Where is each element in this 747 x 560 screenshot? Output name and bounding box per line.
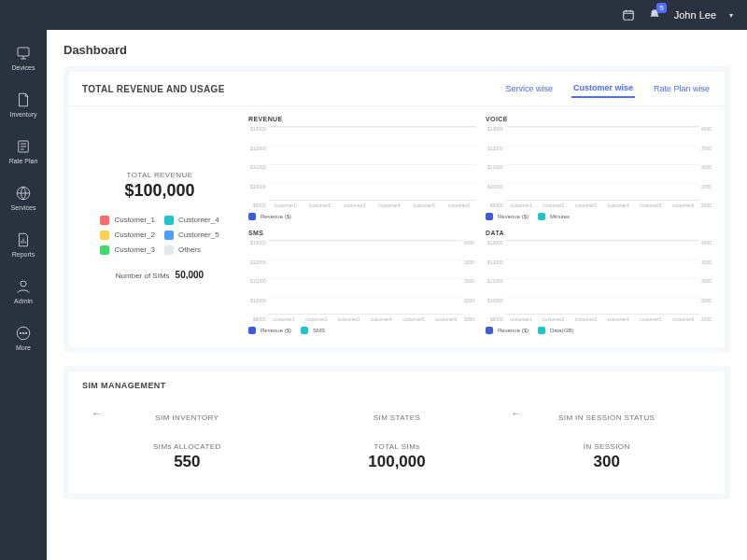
svg-rect-0 bbox=[623, 11, 633, 20]
stat-total-sims: TOTAL SIMs 100,000 bbox=[292, 442, 502, 471]
sidebar-item-more[interactable]: More bbox=[0, 323, 47, 353]
legend-item: Others bbox=[164, 245, 219, 255]
user-name[interactable]: John Lee bbox=[674, 9, 716, 21]
stat-sims-allocated: SIMs ALLOCATED 550 bbox=[82, 442, 292, 471]
sims-count-value: 50,000 bbox=[176, 270, 204, 280]
sidebar-item-admin[interactable]: Admin bbox=[0, 276, 47, 306]
revenue-card-title: TOTAL REVENUE AND USAGE bbox=[82, 84, 225, 94]
total-revenue-label: TOTAL REVENUE bbox=[124, 171, 194, 179]
tab-rate-plan-wise[interactable]: Rate Plan wise bbox=[652, 80, 712, 97]
sim-col-session: ← SIM IN SESSION STATUS bbox=[501, 407, 712, 424]
svg-point-8 bbox=[25, 332, 27, 334]
revenue-card: TOTAL REVENUE AND USAGE Service wise Cus… bbox=[63, 66, 730, 353]
sim-col-inventory: ← SIM INVENTORY bbox=[82, 407, 292, 424]
tab-service-wise[interactable]: Service wise bbox=[503, 80, 555, 97]
svg-rect-1 bbox=[18, 48, 29, 56]
legend-item: Customer_3 bbox=[100, 245, 155, 255]
sidebar-item-reports[interactable]: Reports bbox=[0, 230, 47, 259]
sidebar-item-services[interactable]: Services bbox=[0, 183, 47, 213]
legend-item: Customer_4 bbox=[164, 216, 219, 225]
svg-point-7 bbox=[22, 332, 24, 334]
arrow-left-icon[interactable]: ← bbox=[92, 407, 103, 420]
notification-badge: 5 bbox=[656, 3, 666, 13]
calendar-icon[interactable] bbox=[622, 8, 635, 21]
stat-in-session: IN SESSION 300 bbox=[501, 442, 712, 471]
legend-item: Customer_5 bbox=[164, 231, 219, 240]
chart-data: DATA$13000$12000$11000$10000$8000custome… bbox=[486, 230, 713, 334]
main-content: Dashboard TOTAL REVENUE AND USAGE Servic… bbox=[47, 30, 747, 560]
revenue-tabs-row: TOTAL REVENUE AND USAGE Service wise Cus… bbox=[69, 72, 725, 106]
page-title: Dashboard bbox=[63, 43, 730, 57]
sidebar-item-inventory[interactable]: Inventory bbox=[0, 90, 47, 119]
sidebar-item-devices[interactable]: Devices bbox=[0, 43, 47, 73]
tab-customer-wise[interactable]: Customer wise bbox=[571, 79, 635, 98]
legend-item: Customer_1 bbox=[100, 216, 155, 225]
sidebar-item-rate-plan[interactable]: Rate Plan bbox=[0, 136, 47, 166]
notification-icon[interactable]: 5 bbox=[648, 8, 661, 21]
total-revenue-value: $100,000 bbox=[124, 181, 194, 201]
revenue-summary: TOTAL REVENUE $100,000 Customer_1Custome… bbox=[80, 116, 239, 334]
svg-point-4 bbox=[21, 281, 26, 287]
sim-management-card: SIM MANAGEMENT ← SIM INVENTORY SIM STATE… bbox=[63, 366, 730, 499]
chart-voice: VOICE$13000$12000$11000$10000$5000custom… bbox=[486, 116, 713, 220]
arrow-left-icon[interactable]: ← bbox=[511, 407, 522, 420]
svg-point-6 bbox=[20, 332, 21, 334]
sim-col-states: SIM STATES bbox=[292, 407, 502, 424]
chart-sms: SMS$13000$12000$11000$10000$8000customer… bbox=[248, 230, 476, 334]
charts-grid: REVENUE$13000$12000$11000$10000$5000cust… bbox=[248, 116, 713, 334]
legend-item: Customer_2 bbox=[100, 231, 155, 240]
topbar: 5 John Lee ▾ bbox=[0, 0, 747, 30]
sims-count-label: Number of SIMs bbox=[116, 272, 170, 280]
sim-card-title: SIM MANAGEMENT bbox=[69, 371, 725, 399]
customer-legend: Customer_1Customer_4Customer_2Customer_5… bbox=[100, 216, 218, 255]
chart-revenue: REVENUE$13000$12000$11000$10000$5000cust… bbox=[248, 116, 476, 220]
sidebar: Devices Inventory Rate Plan Services Rep… bbox=[0, 30, 47, 560]
chevron-down-icon[interactable]: ▾ bbox=[729, 11, 733, 20]
